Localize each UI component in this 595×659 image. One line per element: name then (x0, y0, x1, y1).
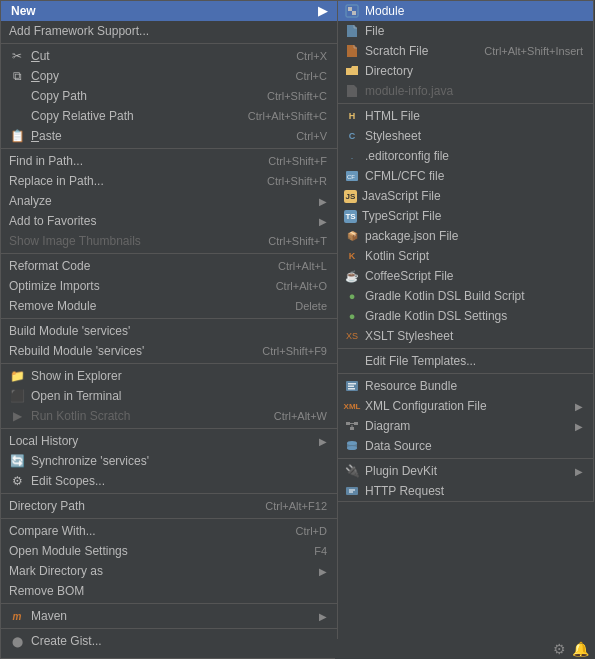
addtofav-arrow: ▶ (319, 216, 327, 227)
menu-item-copyrelpath[interactable]: Copy Relative Path Ctrl+Alt+Shift+C (1, 106, 337, 126)
menu-item-runkotlin[interactable]: ▶Run Kotlin Scratch Ctrl+Alt+W (1, 406, 337, 426)
menu-item-cut[interactable]: ✂Cut Ctrl+X (1, 46, 337, 66)
editscopes-label: Edit Scopes... (31, 474, 105, 488)
sync-icon: 🔄 (9, 453, 25, 469)
optimizeimports-label: Optimize Imports (9, 279, 100, 293)
file-icon (344, 23, 360, 39)
runkotlin-shortcut: Ctrl+Alt+W (274, 410, 327, 422)
creategist-label: Create Gist... (31, 634, 102, 648)
submenu-item-editorconfig[interactable]: . .editorconfig file (338, 146, 593, 166)
submenu-item-httprequest[interactable]: HTTP Request (338, 481, 593, 501)
menu-item-openinterminal[interactable]: ⬛Open in Terminal (1, 386, 337, 406)
run-icon: ▶ (9, 408, 25, 424)
menu-item-openmodulesettings[interactable]: Open Module Settings F4 (1, 541, 337, 561)
submenu-item-jsfile[interactable]: JS JavaScript File (338, 186, 593, 206)
separator-7 (1, 493, 337, 494)
submenu-item-cfml[interactable]: CF CFML/CFC file (338, 166, 593, 186)
menu-item-copypath[interactable]: Copy Path Ctrl+Shift+C (1, 86, 337, 106)
submenu-item-editfiletemplates[interactable]: Edit File Templates... (338, 351, 593, 371)
separator-1 (1, 43, 337, 44)
submenu-item-stylesheet[interactable]: C Stylesheet (338, 126, 593, 146)
submenu-item-moduleinfo[interactable]: module-info.java (338, 81, 593, 101)
coffeescript-label: CoffeeScript File (365, 269, 453, 283)
moduleinfo-label: module-info.java (365, 84, 453, 98)
menu-item-rebuildmodule[interactable]: Rebuild Module 'services' Ctrl+Shift+F9 (1, 341, 337, 361)
ts-icon: TS (344, 210, 357, 223)
menu-item-directorypath[interactable]: Directory Path Ctrl+Alt+F12 (1, 496, 337, 516)
submenu-item-htmlfile[interactable]: H HTML File (338, 106, 593, 126)
submenu-item-datasource[interactable]: Data Source (338, 436, 593, 456)
gradle-settings-icon: ● (344, 308, 360, 324)
menu-item-localhistory[interactable]: Local History ▶ (1, 431, 337, 451)
svg-rect-16 (346, 487, 358, 495)
menu-item-creategist[interactable]: ⬤Create Gist... (1, 631, 337, 651)
paste-shortcut: Ctrl+V (296, 130, 327, 142)
diagram-label: Diagram (365, 419, 410, 433)
css-icon: C (344, 128, 360, 144)
editorconfig-label: .editorconfig file (365, 149, 449, 163)
menu-item-comparewith[interactable]: Compare With... Ctrl+D (1, 521, 337, 541)
menu-item-editscopes[interactable]: ⚙Edit Scopes... (1, 471, 337, 491)
svg-point-15 (347, 446, 357, 450)
separator-2 (1, 148, 337, 149)
menu-item-showthumbs[interactable]: Show Image Thumbnails Ctrl+Shift+T (1, 231, 337, 251)
submenu-item-tsfile[interactable]: TS TypeScript File (338, 206, 593, 226)
submenu-item-packagejson[interactable]: 📦 package.json File (338, 226, 593, 246)
stylesheet-label: Stylesheet (365, 129, 421, 143)
diagram-icon (344, 418, 360, 434)
submenu-item-directory[interactable]: Directory (338, 61, 593, 81)
submenu-item-module[interactable]: Module (338, 1, 593, 21)
svg-rect-1 (348, 7, 352, 11)
editfiletemplates-label: Edit File Templates... (365, 354, 476, 368)
menu-item-optimizeimports[interactable]: Optimize Imports Ctrl+Alt+O (1, 276, 337, 296)
submenu-item-resourcebundle[interactable]: Resource Bundle (338, 376, 593, 396)
submenu-item-plugindevkit[interactable]: 🔌 Plugin DevKit ▶ (338, 461, 593, 481)
maven-label: Maven (31, 609, 67, 623)
submenu-item-file[interactable]: File (338, 21, 593, 41)
settings-gear-icon[interactable]: ⚙ (553, 641, 566, 657)
menu-item-findinpath[interactable]: Find in Path... Ctrl+Shift+F (1, 151, 337, 171)
menu-item-removebom[interactable]: Remove BOM (1, 581, 337, 601)
scratch-shortcut: Ctrl+Alt+Shift+Insert (484, 45, 583, 57)
menu-item-maven[interactable]: mMaven ▶ (1, 606, 337, 626)
httprequest-label: HTTP Request (365, 484, 444, 498)
terminal-icon: ⬛ (9, 388, 25, 404)
module-icon (344, 3, 360, 19)
submenu-item-gradlekotlinsettings[interactable]: ● Gradle Kotlin DSL Settings (338, 306, 593, 326)
submenu-item-coffeescript[interactable]: ☕ CoffeeScript File (338, 266, 593, 286)
menu-item-markdirectoryas[interactable]: Mark Directory as ▶ (1, 561, 337, 581)
localhistory-arrow: ▶ (319, 436, 327, 447)
xslt-label: XSLT Stylesheet (365, 329, 453, 343)
menu-item-reformat[interactable]: Reformat Code Ctrl+Alt+L (1, 256, 337, 276)
plugindevkit-arrow: ▶ (575, 466, 583, 477)
submenu-item-diagram[interactable]: Diagram ▶ (338, 416, 593, 436)
submenu-item-gradlekotlin[interactable]: ● Gradle Kotlin DSL Build Script (338, 286, 593, 306)
menu-item-addtofav[interactable]: Add to Favorites ▶ (1, 211, 337, 231)
menu-item-analyze[interactable]: Analyze ▶ (1, 191, 337, 211)
menu-item-syncservices[interactable]: 🔄Synchronize 'services' (1, 451, 337, 471)
menu-item-buildmodule[interactable]: Build Module 'services' (1, 321, 337, 341)
menu-item-replaceinpath[interactable]: Replace in Path... Ctrl+Shift+R (1, 171, 337, 191)
jsfile-label: JavaScript File (362, 189, 441, 203)
xmlconfig-label: XML Configuration File (365, 399, 487, 413)
menu-item-paste[interactable]: 📋Paste Ctrl+V (1, 126, 337, 146)
submenu-item-kotlinscript[interactable]: K Kotlin Script (338, 246, 593, 266)
kotlin-icon: K (344, 248, 360, 264)
menu-item-framework[interactable]: Add Framework Support... (1, 21, 337, 41)
copyrelpath-label: Copy Relative Path (31, 109, 134, 123)
file-label: File (365, 24, 384, 38)
htmlfile-label: HTML File (365, 109, 420, 123)
menu-item-copy[interactable]: ⧉Copy Ctrl+C (1, 66, 337, 86)
context-menu: New ▶ Add Framework Support... ✂Cut Ctrl… (0, 0, 595, 659)
notifications-icon[interactable]: 🔔 (572, 641, 589, 657)
menu-item-removemodule[interactable]: Remove Module Delete (1, 296, 337, 316)
submenu-item-scratch[interactable]: Scratch File Ctrl+Alt+Shift+Insert (338, 41, 593, 61)
paste-label: Paste (31, 129, 62, 143)
submenu-item-xslt[interactable]: XS XSLT Stylesheet (338, 326, 593, 346)
menu-item-showinexplorer[interactable]: 📁Show in Explorer (1, 366, 337, 386)
datasource-icon (344, 438, 360, 454)
replaceinpath-shortcut: Ctrl+Shift+R (267, 175, 327, 187)
copy-label: Copy (31, 69, 59, 83)
directorypath-shortcut: Ctrl+Alt+F12 (265, 500, 327, 512)
submenu-item-xmlconfig[interactable]: XML XML Configuration File ▶ (338, 396, 593, 416)
